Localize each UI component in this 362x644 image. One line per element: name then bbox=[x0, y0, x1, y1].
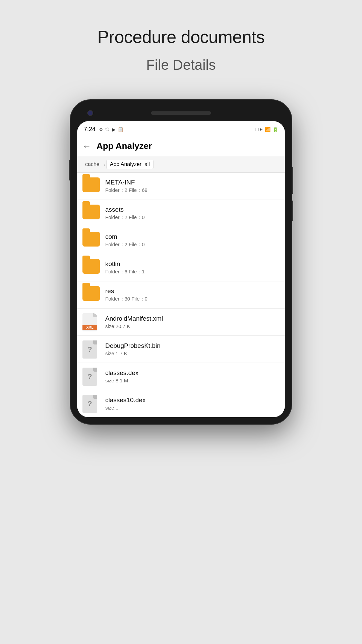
toolbar: ← App Analyzer bbox=[77, 136, 285, 156]
file-meta: Folder：2 File：0 bbox=[105, 241, 280, 248]
list-item[interactable]: assets Folder：2 File：0 bbox=[77, 200, 285, 227]
file-meta: size:... bbox=[105, 405, 280, 411]
file-name: classes.dex bbox=[105, 369, 280, 377]
file-info: META-INF Folder：2 File：69 bbox=[105, 179, 280, 194]
clipboard-icon: 📋 bbox=[118, 127, 123, 132]
file-meta: size:8.1 M bbox=[105, 378, 280, 383]
folder-icon bbox=[82, 177, 100, 195]
list-item[interactable]: ? classes.dex size:8.1 M bbox=[77, 363, 285, 390]
xml-file-icon bbox=[82, 313, 100, 331]
question-mark: ? bbox=[87, 399, 92, 408]
status-time: 7:24 bbox=[84, 126, 96, 133]
list-item[interactable]: AndroidManifest.xml size:20.7 K bbox=[77, 309, 285, 336]
battery-icon: 🔋 bbox=[273, 127, 278, 132]
phone-frame: 7:24 ⚙ 🛡 ▶ 📋 LTE 📶 🔋 ← App Analyzer cach… bbox=[70, 100, 292, 424]
file-meta: size:20.7 K bbox=[105, 323, 280, 329]
volume-button-left bbox=[69, 160, 70, 180]
breadcrumb-separator: › bbox=[104, 161, 106, 168]
camera bbox=[87, 110, 93, 116]
list-item[interactable]: META-INF Folder：2 File：69 bbox=[77, 173, 285, 200]
file-info: classes10.dex size:... bbox=[105, 396, 280, 411]
file-info: DebugProbesKt.bin size:1.7 K bbox=[105, 342, 280, 356]
status-icons: ⚙ 🛡 ▶ 📋 bbox=[99, 127, 123, 132]
settings-icon: ⚙ bbox=[99, 127, 103, 132]
page-title: Procedure documents bbox=[97, 27, 264, 47]
folder-icon bbox=[82, 232, 100, 249]
file-info: res Folder：30 File：0 bbox=[105, 287, 280, 302]
file-meta: Folder：2 File：69 bbox=[105, 187, 280, 194]
signal-icon: 📶 bbox=[265, 127, 270, 132]
breadcrumb-item-all[interactable]: App Analyzer_all bbox=[106, 160, 154, 169]
file-name: res bbox=[105, 287, 280, 295]
list-item[interactable]: ? DebugProbesKt.bin size:1.7 K bbox=[77, 336, 285, 363]
list-item[interactable]: kotlin Folder：6 File：1 bbox=[77, 254, 285, 281]
breadcrumb-item-cache[interactable]: cache bbox=[82, 160, 103, 169]
list-item[interactable]: com Folder：2 File：0 bbox=[77, 227, 285, 254]
question-mark: ? bbox=[87, 372, 92, 381]
speaker bbox=[151, 111, 211, 115]
page-subtitle: File Details bbox=[146, 57, 216, 73]
file-info: classes.dex size:8.1 M bbox=[105, 369, 280, 383]
file-meta: Folder：6 File：1 bbox=[105, 269, 280, 275]
file-name: assets bbox=[105, 206, 280, 213]
back-button[interactable]: ← bbox=[82, 142, 91, 151]
play-icon: ▶ bbox=[112, 127, 116, 132]
lte-label: LTE bbox=[254, 127, 263, 132]
status-right: LTE 📶 🔋 bbox=[254, 127, 278, 132]
file-info: com Folder：2 File：0 bbox=[105, 233, 280, 248]
shield-icon: 🛡 bbox=[105, 127, 110, 132]
file-list: META-INF Folder：2 File：69 assets Folder：… bbox=[77, 173, 285, 417]
unknown-file-icon: ? bbox=[82, 395, 100, 412]
list-item[interactable]: ? classes10.dex size:... bbox=[77, 390, 285, 417]
file-info: kotlin Folder：6 File：1 bbox=[105, 260, 280, 275]
file-name: com bbox=[105, 233, 280, 240]
file-meta: size:1.7 K bbox=[105, 351, 280, 356]
breadcrumb: cache › App Analyzer_all bbox=[77, 156, 285, 173]
question-mark: ? bbox=[87, 345, 92, 354]
file-name: classes10.dex bbox=[105, 396, 280, 404]
status-bar: 7:24 ⚙ 🛡 ▶ 📋 LTE 📶 🔋 bbox=[77, 121, 285, 136]
phone-top-bar bbox=[77, 107, 285, 121]
unknown-file-icon: ? bbox=[82, 340, 100, 358]
file-name: kotlin bbox=[105, 260, 280, 268]
file-info: AndroidManifest.xml size:20.7 K bbox=[105, 315, 280, 329]
file-name: AndroidManifest.xml bbox=[105, 315, 280, 322]
folder-icon bbox=[82, 286, 100, 304]
file-info: assets Folder：2 File：0 bbox=[105, 206, 280, 221]
unknown-file-icon: ? bbox=[82, 368, 100, 385]
file-name: DebugProbesKt.bin bbox=[105, 342, 280, 350]
folder-icon bbox=[82, 259, 100, 276]
folder-icon bbox=[82, 205, 100, 222]
file-meta: Folder：30 File：0 bbox=[105, 296, 280, 302]
toolbar-title: App Analyzer bbox=[97, 141, 152, 151]
file-name: META-INF bbox=[105, 179, 280, 186]
list-item[interactable]: res Folder：30 File：0 bbox=[77, 281, 285, 309]
power-button bbox=[292, 167, 293, 194]
file-meta: Folder：2 File：0 bbox=[105, 214, 280, 221]
status-left: 7:24 ⚙ 🛡 ▶ 📋 bbox=[84, 126, 123, 133]
phone-screen: 7:24 ⚙ 🛡 ▶ 📋 LTE 📶 🔋 ← App Analyzer cach… bbox=[77, 121, 285, 417]
volume-button-right bbox=[292, 201, 293, 221]
